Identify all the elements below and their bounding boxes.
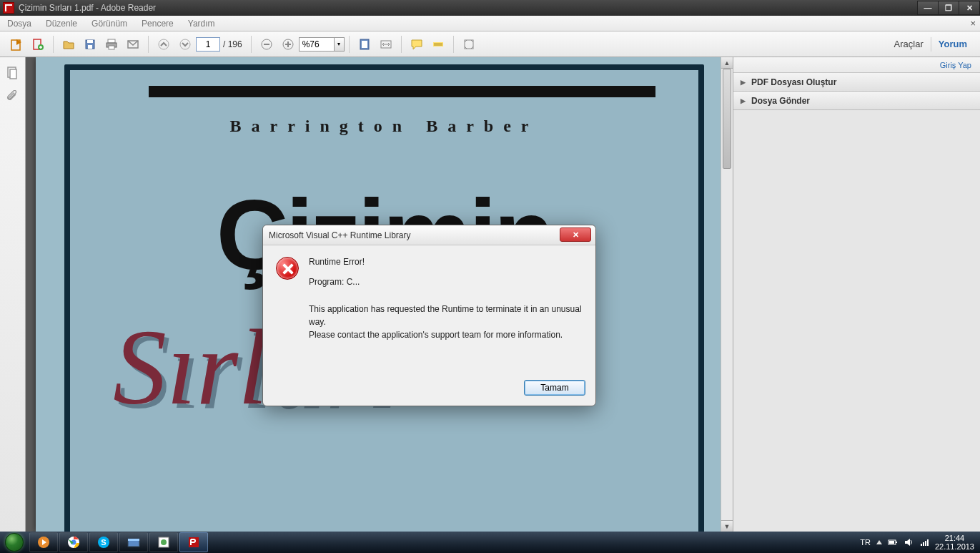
menubar-close-icon[interactable]: × (970, 18, 976, 29)
chevron-right-icon: ▶ (741, 79, 746, 86)
start-button[interactable] (0, 532, 29, 553)
menu-view[interactable]: Görünüm (84, 19, 134, 29)
app-icon (3, 2, 14, 14)
accordion-send-file[interactable]: ▶Dosya Gönder (733, 92, 980, 110)
chevron-right-icon: ▶ (741, 97, 746, 104)
create-pdf-button[interactable] (29, 35, 47, 54)
svg-rect-32 (896, 542, 897, 543)
error-icon (276, 257, 299, 280)
zoom-level-display[interactable]: %76 (299, 37, 335, 52)
svg-text:S: S (101, 538, 106, 547)
svg-rect-4 (87, 40, 93, 43)
zoom-dropdown[interactable]: ▾ (335, 37, 345, 52)
comment-button[interactable] (407, 35, 426, 54)
error-body-line2: Please contact the application's support… (309, 328, 583, 341)
error-body-line1: This application has requested the Runti… (309, 303, 583, 328)
read-mode-button[interactable] (460, 35, 478, 54)
book-author: Barrington Barber (70, 117, 698, 136)
right-panel: Giriş Yap ▶PDF Dosyası Oluştur ▶Dosya Gö… (733, 57, 980, 532)
menubar: Dosya Düzenle Görünüm Pencere Yardım × (0, 16, 980, 31)
svg-point-29 (161, 539, 167, 545)
menu-edit[interactable]: Düzenle (39, 19, 84, 29)
comment-panel-link[interactable]: Yorum (931, 39, 974, 49)
fit-page-button[interactable] (355, 35, 374, 54)
network-icon[interactable] (919, 537, 929, 547)
clock-date: 22.11.2013 (935, 542, 974, 551)
accordion-create-pdf[interactable]: ▶PDF Dosyası Oluştur (733, 73, 980, 92)
svg-rect-5 (88, 45, 92, 49)
task-media-player[interactable] (29, 532, 58, 552)
system-tray: TR 21:44 22.11.2013 (860, 534, 980, 551)
page-down-button[interactable] (176, 35, 194, 54)
windows-orb-icon (5, 533, 24, 552)
accordion-label: PDF Dosyası Oluştur (751, 77, 836, 87)
dialog-titlebar[interactable]: Microsoft Visual C++ Runtime Library ✕ (263, 225, 595, 245)
dialog-close-button[interactable]: ✕ (560, 227, 591, 242)
scroll-up-icon[interactable]: ▲ (721, 57, 733, 69)
svg-rect-33 (889, 541, 894, 544)
vertical-scrollbar[interactable]: ▲ ▼ (721, 57, 733, 532)
fit-width-button[interactable] (377, 35, 395, 54)
export-pdf-button[interactable] (7, 35, 26, 54)
clock-time: 21:44 (935, 534, 974, 542)
print-button[interactable] (102, 35, 121, 54)
tools-panel-link[interactable]: Araçlar (887, 39, 931, 49)
menu-help[interactable]: Yardım (181, 19, 222, 29)
tray-overflow-icon[interactable] (876, 540, 882, 544)
svg-rect-17 (433, 42, 443, 47)
page-up-button[interactable] (154, 35, 173, 54)
scroll-down-icon[interactable]: ▼ (721, 520, 733, 532)
battery-icon[interactable] (888, 537, 898, 547)
svg-rect-20 (10, 69, 16, 79)
error-heading: Runtime Error! (309, 255, 583, 268)
window-title: Çizimin Sırları 1.pdf - Adobe Reader (17, 3, 918, 13)
svg-rect-6 (108, 39, 115, 43)
task-skype[interactable]: S (89, 532, 118, 552)
taskbar: S TR 21:44 22.11.2013 (0, 532, 980, 553)
language-indicator[interactable]: TR (860, 538, 871, 547)
menu-window[interactable]: Pencere (134, 19, 181, 29)
error-program-line: Program: C... (309, 275, 583, 288)
volume-icon[interactable] (904, 537, 914, 547)
svg-rect-15 (362, 41, 367, 48)
window-titlebar: Çizimin Sırları 1.pdf - Adobe Reader — ❐… (0, 0, 980, 16)
dialog-title: Microsoft Visual C++ Runtime Library (269, 230, 411, 240)
attachments-icon[interactable] (6, 90, 20, 104)
error-dialog: Microsoft Visual C++ Runtime Library ✕ R… (262, 225, 596, 406)
left-nav-rail (0, 57, 26, 532)
task-adobe-reader[interactable] (179, 532, 208, 552)
sign-in-link[interactable]: Giriş Yap (733, 57, 980, 73)
zoom-out-button[interactable] (257, 35, 276, 54)
task-app-green[interactable] (149, 532, 178, 552)
task-chrome[interactable] (59, 532, 88, 552)
svg-rect-8 (109, 46, 114, 49)
maximize-button[interactable]: ❐ (938, 1, 959, 15)
dialog-ok-button[interactable]: Tamam (524, 380, 585, 396)
menu-file[interactable]: Dosya (0, 19, 39, 29)
thumbnails-icon[interactable] (6, 66, 20, 80)
page-number-input[interactable] (196, 37, 220, 52)
svg-rect-27 (128, 539, 139, 541)
email-button[interactable] (124, 35, 142, 54)
highlight-button[interactable] (429, 35, 447, 54)
close-button[interactable]: ✕ (959, 1, 980, 15)
minimize-button[interactable]: — (917, 1, 939, 15)
save-button[interactable] (81, 35, 99, 54)
task-explorer[interactable] (119, 532, 148, 552)
page-decoration (149, 86, 655, 97)
page-total-label: / 196 (223, 39, 242, 49)
scroll-thumb[interactable] (723, 69, 731, 169)
zoom-in-button[interactable] (279, 35, 297, 54)
open-button[interactable] (59, 35, 78, 54)
accordion-label: Dosya Gönder (751, 96, 810, 106)
toolbar: / 196 %76 ▾ Araçlar Yorum (0, 31, 980, 57)
svg-point-10 (159, 39, 169, 49)
svg-point-11 (180, 39, 190, 49)
clock[interactable]: 21:44 22.11.2013 (935, 534, 974, 551)
